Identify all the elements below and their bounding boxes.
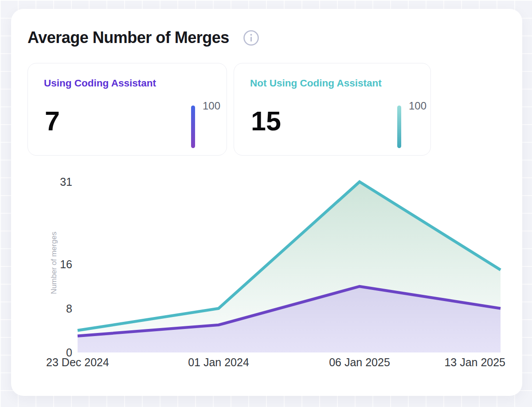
x-tick-label: 01 Jan 2024 (188, 356, 249, 369)
y-axis-title: Number of merges (50, 232, 59, 294)
stat-label: Using Coding Assistant (44, 78, 156, 89)
stat-card-not-using-assistant: Not Using Coding Assistant 15 100 (234, 63, 431, 156)
stat-scale-bar (397, 106, 401, 148)
stat-value: 7 (45, 108, 60, 135)
x-tick-label: 06 Jan 2025 (329, 356, 390, 369)
page-title: Average Number of Merges (27, 28, 229, 47)
area-chart-plot[interactable] (58, 177, 505, 355)
x-tick-label: 13 Jan 2025 (444, 356, 505, 369)
stat-scale-bar (191, 106, 195, 148)
stat-value: 15 (251, 108, 281, 135)
x-tick-label: 23 Dec 2024 (46, 356, 109, 369)
stat-label: Not Using Coding Assistant (250, 78, 382, 89)
merges-panel: Average Number of Merges Using Coding As… (11, 9, 522, 396)
info-icon[interactable] (243, 30, 259, 46)
stat-card-using-assistant: Using Coding Assistant 7 100 (27, 63, 227, 156)
stat-scale-max: 100 (203, 100, 220, 112)
stat-scale-max: 100 (409, 100, 426, 112)
